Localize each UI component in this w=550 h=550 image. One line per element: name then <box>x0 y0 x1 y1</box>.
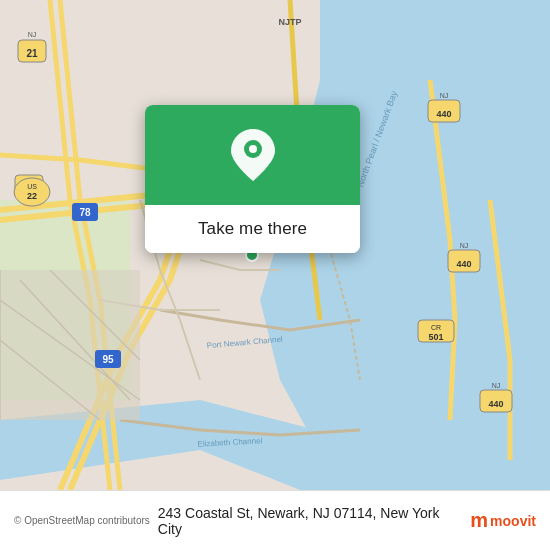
address-label: 243 Coastal St, Newark, NJ 07114, New Yo… <box>158 505 463 537</box>
map-container: 21 NJ 21 US 22 78 95 NJTP 440 NJ 440 NJ … <box>0 0 550 490</box>
openstreetmap-attribution: © OpenStreetMap contributors <box>14 515 150 526</box>
svg-text:440: 440 <box>456 259 471 269</box>
svg-text:NJTP: NJTP <box>278 17 301 27</box>
svg-text:US: US <box>27 183 37 190</box>
svg-text:22: 22 <box>27 191 37 201</box>
moovit-logo: m moovit <box>470 509 536 532</box>
moovit-logo-word: moovit <box>490 513 536 529</box>
svg-text:95: 95 <box>102 354 114 365</box>
svg-text:CR: CR <box>431 324 441 331</box>
svg-text:NJ: NJ <box>440 92 449 99</box>
location-pin-icon <box>231 129 275 181</box>
svg-text:NJ: NJ <box>460 242 469 249</box>
moovit-logo-letter: m <box>470 509 488 532</box>
popup-header <box>145 105 360 205</box>
svg-text:440: 440 <box>436 109 451 119</box>
svg-text:21: 21 <box>26 48 38 59</box>
popup-card: Take me there <box>145 105 360 253</box>
svg-text:501: 501 <box>428 332 443 342</box>
bottom-bar: © OpenStreetMap contributors 243 Coastal… <box>0 490 550 550</box>
take-me-there-button[interactable]: Take me there <box>145 205 360 253</box>
svg-text:NJ: NJ <box>492 382 501 389</box>
svg-text:NJ: NJ <box>28 31 37 38</box>
svg-point-41 <box>249 145 257 153</box>
svg-text:78: 78 <box>79 207 91 218</box>
svg-rect-5 <box>0 270 140 420</box>
svg-text:440: 440 <box>488 399 503 409</box>
